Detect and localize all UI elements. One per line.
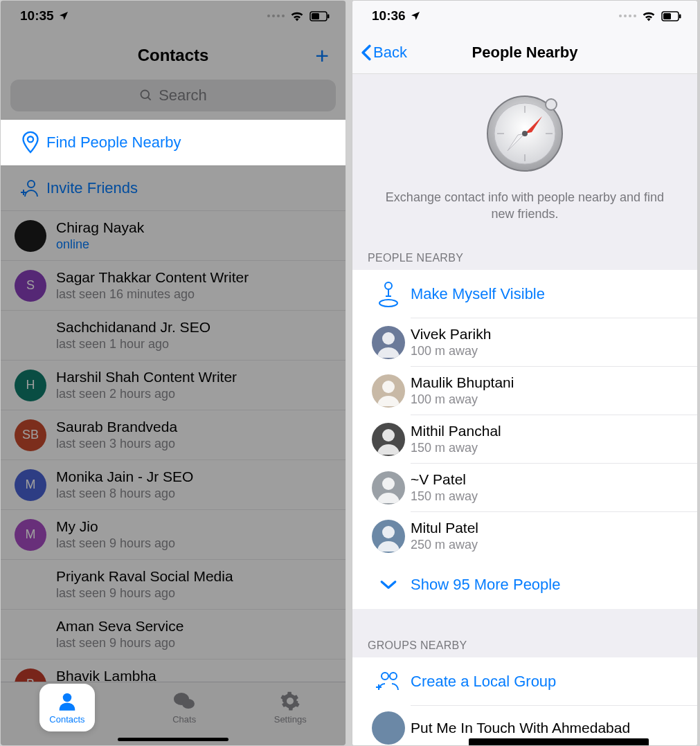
battery-icon (661, 11, 682, 21)
svg-rect-1 (312, 13, 319, 19)
person-avatar (372, 471, 405, 504)
wifi-icon (290, 10, 304, 21)
page-title: Contacts (138, 46, 209, 65)
contact-status: online (56, 237, 332, 252)
contact-row[interactable]: S Sagar Thakkar Content Writer last seen… (1, 261, 345, 311)
nearby-person-row[interactable]: Vivek Parikh 100 m away (352, 318, 697, 367)
person-name: Vivek Parikh (411, 326, 683, 343)
contact-row[interactable]: Priyank Raval Social Media last seen 9 h… (1, 560, 345, 610)
svg-point-28 (382, 381, 395, 393)
show-more-people-row[interactable]: Show 95 More People (352, 561, 697, 609)
contact-avatar: S (15, 270, 46, 302)
svg-line-4 (148, 98, 151, 100)
contact-avatar: SB (15, 419, 46, 451)
contact-row[interactable]: M My Jio last seen 9 hours ago (1, 510, 345, 560)
contact-status: last seen 16 minutes ago (56, 287, 332, 302)
find-people-nearby-label: Find People Nearby (46, 134, 332, 152)
groups-nearby-list: Create a Local Group Put Me In Touch Wit… (352, 657, 697, 746)
find-people-nearby-row[interactable]: Find People Nearby (1, 120, 345, 165)
contacts-screen: 10:35 Contacts + Search Find People Near… (0, 0, 346, 746)
contact-name: Chirag Nayak (56, 219, 332, 236)
section-groups-nearby: GROUPS NEARBY (352, 630, 697, 657)
person-distance: 150 m away (411, 489, 683, 504)
contact-row[interactable]: Aman Seva Service last seen 9 hours ago (1, 610, 345, 659)
svg-point-6 (28, 181, 35, 188)
svg-point-27 (382, 332, 395, 345)
contact-name: My Jio (56, 518, 332, 535)
status-bar: 10:35 (1, 1, 345, 31)
contact-name: Monika Jain - Jr SEO (56, 468, 332, 485)
contact-status: last seen 1 hour ago (56, 337, 332, 352)
nearby-person-row[interactable]: Maulik Bhuptani 100 m away (352, 367, 697, 415)
svg-rect-2 (327, 14, 330, 18)
tab-chats[interactable]: Chats (172, 691, 196, 725)
contact-status: last seen 9 hours ago (56, 536, 332, 551)
person-distance: 100 m away (411, 392, 683, 407)
person-distance: 150 m away (411, 441, 683, 455)
tab-contacts-label: Contacts (49, 714, 84, 725)
person-avatar (372, 520, 405, 553)
person-avatar (372, 374, 405, 408)
section-people-nearby: PEOPLE NEARBY (352, 242, 697, 270)
cell-signal-dots-icon (267, 15, 285, 17)
tab-contacts[interactable]: Contacts (39, 684, 94, 731)
svg-point-29 (382, 429, 395, 442)
group-row[interactable]: Put Me In Touch With Ahmedabad (352, 706, 697, 746)
person-distance: 250 m away (411, 538, 683, 552)
nav-header: Back People Nearby (352, 31, 697, 74)
svg-point-26 (379, 300, 397, 307)
search-input[interactable]: Search (10, 80, 336, 111)
make-myself-visible-row[interactable]: Make Myself Visible (352, 270, 697, 318)
back-button[interactable]: Back (361, 44, 407, 62)
nearby-person-row[interactable]: Mitul Patel 250 m away (352, 512, 697, 561)
location-pin-icon (21, 130, 40, 155)
contact-name: Sachchidanand Jr. SEO (56, 319, 332, 336)
battery-icon (309, 11, 330, 21)
contact-row[interactable]: H Harshil Shah Content Writer last seen … (1, 361, 345, 410)
people-nearby-list: Make Myself Visible Vivek Parikh 100 m a… (352, 270, 697, 609)
contact-row[interactable]: Sachchidanand Jr. SEO last seen 1 hour a… (1, 311, 345, 361)
contact-name: Sagar Thakkar Content Writer (56, 269, 332, 286)
svg-rect-14 (679, 14, 681, 18)
create-local-group-row[interactable]: Create a Local Group (352, 657, 697, 706)
svg-point-3 (141, 91, 150, 99)
nearby-person-row[interactable]: Mithil Panchal 150 m away (352, 415, 697, 464)
home-indicator[interactable] (118, 738, 228, 741)
svg-rect-13 (663, 13, 671, 19)
contact-status: last seen 2 hours ago (56, 387, 332, 401)
contact-row[interactable]: SB Saurab Brandveda last seen 3 hours ag… (1, 410, 345, 460)
person-name: Maulik Bhuptani (411, 374, 683, 391)
person-name: Mithil Panchal (411, 423, 683, 439)
invite-friends-label: Invite Friends (46, 179, 332, 197)
tab-settings[interactable]: Settings (274, 691, 307, 725)
location-arrow-icon (410, 10, 421, 21)
redaction-icon (469, 738, 649, 746)
status-time: 10:36 (372, 8, 406, 24)
search-placeholder: Search (159, 87, 207, 104)
contact-name: Aman Seva Service (56, 618, 332, 635)
group-avatar (372, 711, 405, 745)
svg-point-31 (382, 526, 395, 538)
create-group-icon (375, 671, 402, 693)
hero-description: Exchange contact info with people nearby… (380, 189, 670, 223)
svg-point-11 (182, 699, 195, 709)
nearby-person-row[interactable]: ~V Patel 150 m away (352, 464, 697, 512)
contact-avatar: M (15, 469, 46, 501)
tab-settings-label: Settings (274, 714, 307, 725)
chevron-down-icon (379, 579, 397, 591)
cell-signal-dots-icon (619, 15, 636, 17)
chevron-left-icon (361, 44, 372, 61)
people-nearby-screen: 10:36 Back People Nearby (352, 0, 698, 746)
invite-friends-row[interactable]: Invite Friends (1, 165, 345, 211)
person-distance: 100 m away (411, 344, 683, 358)
contact-row[interactable]: M Monika Jain - Jr SEO last seen 8 hours… (1, 460, 345, 510)
show-more-people-label: Show 95 More People (411, 576, 683, 594)
tab-chats-label: Chats (172, 714, 196, 725)
add-contact-button[interactable]: + (315, 42, 329, 69)
page-title: People Nearby (472, 44, 578, 62)
person-avatar (372, 326, 405, 359)
contact-status: last seen 9 hours ago (56, 586, 332, 601)
contact-row[interactable]: Chirag Nayak online (1, 211, 345, 261)
wifi-icon (642, 10, 656, 21)
tab-bar: Contacts Chats Settings (1, 682, 345, 745)
